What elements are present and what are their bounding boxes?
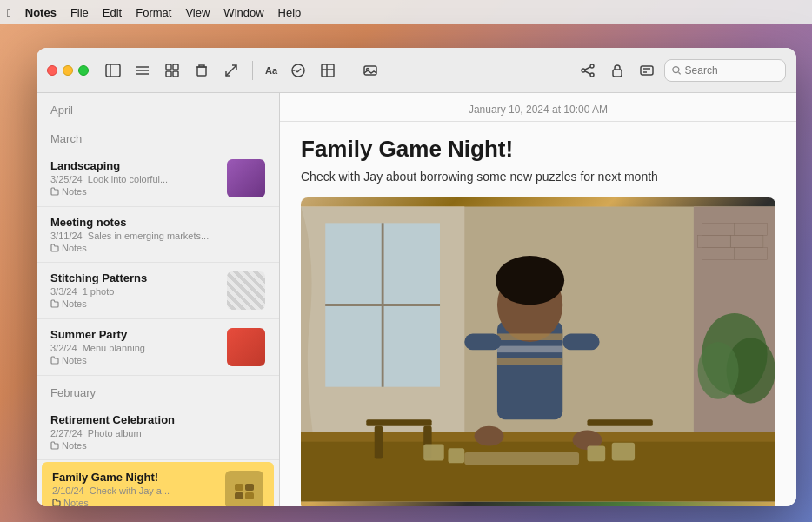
svg-point-28 bbox=[673, 66, 679, 72]
format-text-button[interactable]: Aa bbox=[262, 58, 281, 83]
note-thumb-game bbox=[225, 471, 263, 506]
svg-rect-8 bbox=[173, 71, 178, 77]
svg-rect-7 bbox=[166, 71, 171, 77]
apple-menu[interactable]:  bbox=[7, 6, 11, 19]
more-button[interactable] bbox=[635, 58, 659, 83]
note-folder: Notes bbox=[52, 498, 216, 506]
checklist-button[interactable] bbox=[286, 58, 310, 83]
svg-rect-14 bbox=[322, 64, 334, 77]
note-item-summer[interactable]: Summer Party 3/2/24 Menu planning Notes bbox=[37, 319, 279, 376]
note-detail-title: Family Game Night! bbox=[301, 136, 775, 163]
new-note-button[interactable] bbox=[219, 58, 243, 83]
section-april: April bbox=[37, 93, 279, 122]
note-title: Family Game Night! bbox=[52, 471, 216, 484]
note-title: Summer Party bbox=[50, 328, 218, 341]
separator-2 bbox=[349, 61, 349, 80]
traffic-lights bbox=[47, 65, 89, 76]
note-item-family-game-night[interactable]: Family Game Night! 2/10/24 Check with Ja… bbox=[42, 462, 274, 506]
note-item-meeting[interactable]: Meeting notes 3/11/24 Sales in emerging … bbox=[37, 207, 279, 263]
note-meta: 3/11/24 Sales in emerging markets... bbox=[50, 231, 265, 241]
note-thumb-summer bbox=[227, 328, 265, 366]
sidebar: April March Landscaping 3/25/24 Look int… bbox=[37, 93, 280, 506]
svg-rect-25 bbox=[641, 66, 653, 75]
separator-1 bbox=[252, 61, 253, 80]
svg-rect-9 bbox=[197, 67, 206, 76]
close-button[interactable] bbox=[47, 65, 57, 76]
svg-point-21 bbox=[590, 73, 594, 77]
note-title: Landscaping bbox=[50, 159, 218, 172]
share-button[interactable] bbox=[576, 58, 600, 83]
toolbar: Aa bbox=[37, 48, 796, 93]
delete-button[interactable] bbox=[190, 58, 214, 83]
note-thumb-stitching bbox=[227, 271, 265, 310]
svg-rect-33 bbox=[245, 492, 254, 499]
table-button[interactable] bbox=[316, 58, 340, 83]
file-menu[interactable]: File bbox=[70, 6, 89, 19]
media-button[interactable] bbox=[358, 58, 383, 83]
svg-point-19 bbox=[590, 64, 594, 68]
window-menu[interactable]: Window bbox=[223, 6, 263, 19]
note-meta: 3/2/24 Menu planning bbox=[50, 343, 218, 353]
note-text: Landscaping 3/25/24 Look into colorful..… bbox=[50, 159, 218, 197]
svg-rect-24 bbox=[613, 70, 622, 77]
note-item-stitching[interactable]: Stitching Patterns 3/3/24 1 photo Notes bbox=[37, 263, 279, 319]
note-title: Stitching Patterns bbox=[50, 271, 218, 284]
note-meta: 3/25/24 Look into colorful... bbox=[50, 174, 218, 184]
list-view-button[interactable] bbox=[130, 58, 155, 83]
note-folder: Notes bbox=[50, 186, 218, 197]
note-title: Meeting notes bbox=[50, 216, 265, 229]
note-title: Retirement Celebration bbox=[50, 413, 265, 426]
note-detail-image bbox=[301, 197, 775, 506]
svg-line-23 bbox=[585, 71, 590, 74]
note-item-retirement[interactable]: Retirement Celebration 2/27/24 Photo alb… bbox=[37, 405, 279, 460]
note-text: Meeting notes 3/11/24 Sales in emerging … bbox=[50, 216, 265, 253]
section-february: February bbox=[37, 376, 279, 405]
search-box bbox=[664, 59, 786, 82]
note-meta: 2/10/24 Check with Jay a... bbox=[52, 485, 216, 496]
svg-rect-5 bbox=[166, 64, 171, 70]
svg-rect-71 bbox=[325, 223, 440, 386]
note-text: Retirement Celebration 2/27/24 Photo alb… bbox=[50, 413, 265, 451]
notes-window: Aa bbox=[37, 48, 796, 506]
section-march: March bbox=[37, 122, 279, 151]
svg-rect-30 bbox=[235, 484, 243, 491]
svg-rect-31 bbox=[245, 484, 254, 491]
lock-button[interactable] bbox=[605, 58, 629, 83]
format-menu[interactable]: Format bbox=[136, 6, 171, 19]
svg-line-12 bbox=[297, 69, 301, 72]
note-detail-body: Family Game Night! Check with Jay about … bbox=[280, 122, 796, 506]
view-menu[interactable]: View bbox=[185, 6, 210, 19]
note-detail: January 10, 2024 at 10:00 AM Family Game… bbox=[280, 93, 796, 506]
search-icon bbox=[672, 65, 682, 76]
note-text: Summer Party 3/2/24 Menu planning Notes bbox=[50, 328, 218, 365]
grid-view-button[interactable] bbox=[160, 58, 184, 83]
note-detail-text: Check with Jay about borrowing some new … bbox=[301, 170, 775, 184]
app-menu[interactable]: Notes bbox=[25, 6, 57, 19]
note-folder: Notes bbox=[50, 355, 218, 365]
svg-rect-32 bbox=[235, 492, 243, 499]
note-meta: 3/3/24 1 photo bbox=[50, 286, 218, 297]
main-content: April March Landscaping 3/25/24 Look int… bbox=[37, 93, 796, 506]
search-input[interactable] bbox=[685, 64, 778, 77]
note-timestamp: January 10, 2024 at 10:00 AM bbox=[280, 93, 796, 122]
note-folder: Notes bbox=[50, 440, 265, 451]
note-folder: Notes bbox=[50, 298, 218, 309]
svg-line-29 bbox=[678, 72, 680, 74]
svg-point-20 bbox=[582, 69, 585, 72]
note-thumb-landscaping bbox=[227, 159, 265, 197]
note-text: Family Game Night! 2/10/24 Check with Ja… bbox=[52, 471, 216, 506]
minimize-button[interactable] bbox=[63, 65, 73, 76]
note-folder: Notes bbox=[50, 243, 265, 253]
svg-line-22 bbox=[585, 67, 590, 70]
edit-menu[interactable]: Edit bbox=[103, 6, 122, 19]
menu-bar:  Notes File Edit Format View Window Hel… bbox=[0, 0, 812, 24]
note-meta: 2/27/24 Photo album bbox=[50, 428, 265, 438]
help-menu[interactable]: Help bbox=[278, 6, 302, 19]
sidebar-toggle-button[interactable] bbox=[101, 58, 125, 83]
svg-rect-6 bbox=[173, 64, 178, 70]
maximize-button[interactable] bbox=[78, 65, 89, 76]
note-item-landscaping[interactable]: Landscaping 3/25/24 Look into colorful..… bbox=[37, 151, 279, 207]
svg-rect-0 bbox=[106, 64, 120, 77]
note-text: Stitching Patterns 3/3/24 1 photo Notes bbox=[50, 271, 218, 309]
